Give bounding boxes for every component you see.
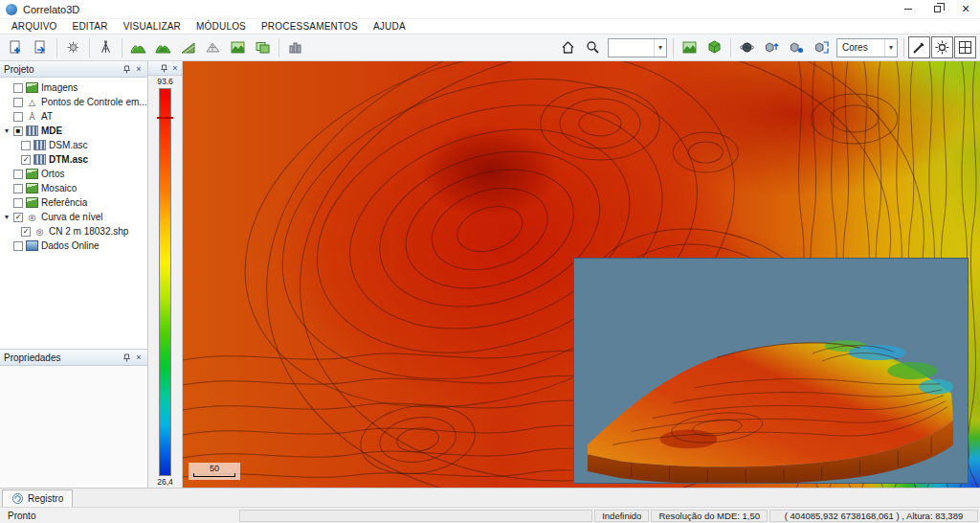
- buildings-button[interactable]: [283, 35, 307, 59]
- tree-item-label: DSM.asc: [49, 140, 88, 150]
- pin-icon[interactable]: [122, 65, 131, 74]
- tree-item-dtm[interactable]: ✓ DTM.asc: [0, 152, 147, 167]
- checkbox[interactable]: [21, 141, 31, 150]
- terrain-3d-render: [574, 259, 968, 483]
- panel-close-icon[interactable]: ×: [170, 63, 180, 73]
- survey-at-button[interactable]: [94, 35, 118, 59]
- menu-arquivo[interactable]: ARQUIVO: [4, 21, 65, 32]
- export-model-button[interactable]: [760, 35, 784, 59]
- layout-button[interactable]: [954, 36, 976, 58]
- orbit-sphere-icon: [739, 39, 755, 56]
- zoom-button[interactable]: [581, 35, 605, 59]
- tree-item-mde[interactable]: ▾ ■ MDE: [0, 124, 147, 138]
- menu-processamentos[interactable]: PROCESSAMENTOS: [254, 21, 366, 32]
- menu-modulos[interactable]: MÓDULOS: [189, 21, 254, 32]
- scale-combobox[interactable]: ▾: [608, 38, 667, 57]
- checkbox[interactable]: [13, 170, 23, 179]
- image-button[interactable]: [226, 35, 250, 59]
- panel-close-icon[interactable]: ×: [134, 352, 144, 362]
- sun-icon: [934, 39, 950, 56]
- minimize-button[interactable]: [894, 0, 923, 18]
- tree-item-pontos-de-controle[interactable]: △ Pontos de Controle em...: [0, 95, 147, 109]
- panel-close-icon[interactable]: ×: [134, 64, 144, 74]
- tree-item-referencia[interactable]: Referência: [0, 195, 147, 210]
- checkbox[interactable]: [13, 83, 23, 93]
- tree-item-mosaico[interactable]: Mosaico: [0, 181, 147, 195]
- buildings-icon: [287, 39, 303, 56]
- properties-panel-title: Propriedades: [4, 352, 120, 363]
- measure-button[interactable]: [908, 36, 930, 58]
- tree-item-dados-online[interactable]: Dados Online: [0, 239, 147, 253]
- expander-icon[interactable]: ▾: [3, 126, 11, 135]
- tin-button[interactable]: [201, 35, 225, 59]
- tab-registro[interactable]: Registro: [2, 489, 73, 507]
- checkbox[interactable]: ■: [13, 126, 23, 136]
- contour-layer-icon: ◎: [26, 212, 38, 222]
- tile-model-button[interactable]: [810, 35, 834, 59]
- checkbox[interactable]: ✓: [13, 213, 23, 222]
- settings-button[interactable]: [61, 35, 85, 59]
- status-mde-resolution: Resolução do MDE: 1,50: [651, 510, 768, 522]
- image-view-button[interactable]: [678, 35, 702, 59]
- tree-item-dsm[interactable]: DSM.asc: [0, 138, 147, 152]
- ortho-layer-icon: [26, 169, 38, 179]
- new-project-button[interactable]: [4, 35, 28, 59]
- inset-3d-view[interactable]: [573, 258, 969, 484]
- slope-icon: [180, 39, 196, 56]
- checkbox[interactable]: [13, 241, 23, 251]
- status-ready: Pronto: [0, 511, 239, 521]
- elevation-max-label: 93.6: [148, 77, 182, 86]
- terrain-contours-button[interactable]: [151, 35, 175, 59]
- menu-editar[interactable]: EDITAR: [65, 21, 116, 32]
- main-area: Projeto × Imagens △ Pontos: [0, 61, 980, 488]
- checkbox[interactable]: [13, 198, 23, 208]
- pin-icon[interactable]: [160, 64, 168, 73]
- minimize-icon: [904, 9, 912, 10]
- project-panel-title: Projeto: [4, 64, 120, 75]
- image-pair-button[interactable]: [251, 35, 275, 59]
- aerotriangulation-icon: Å: [26, 111, 38, 122]
- cube-grid-icon: [813, 39, 830, 56]
- checkbox[interactable]: ✓: [21, 155, 31, 165]
- menu-ajuda[interactable]: AJUDA: [366, 21, 413, 32]
- close-button[interactable]: [951, 0, 980, 18]
- dem-layer-icon: [26, 125, 38, 136]
- brightness-button[interactable]: [931, 36, 953, 58]
- orbit-view-button[interactable]: [735, 35, 759, 59]
- open-project-button[interactable]: [29, 35, 53, 59]
- main-toolbar: ▾ Cores ▾: [0, 34, 980, 61]
- chevron-down-icon[interactable]: ▾: [654, 39, 666, 57]
- control-points-icon: △: [26, 97, 38, 107]
- menu-visualizar[interactable]: VISUALIZAR: [116, 21, 189, 32]
- tree-item-label: Dados Online: [41, 240, 100, 251]
- magnifier-icon: [585, 39, 601, 56]
- map-canvas[interactable]: 50: [183, 61, 980, 488]
- registro-icon: [11, 492, 24, 505]
- tree-item-ortos[interactable]: Ortos: [0, 167, 147, 181]
- toolbar-separator: [56, 38, 57, 57]
- model-3d-button[interactable]: [702, 35, 726, 59]
- tree-item-curva-de-nivel[interactable]: ▾ ✓ ◎ Curva de nível: [0, 210, 147, 224]
- colors-dropdown[interactable]: Cores ▾: [836, 38, 898, 57]
- checkbox[interactable]: [13, 98, 23, 107]
- application-window: Correlato3D ARQUIVO EDITAR VISUALIZAR MÓ…: [0, 0, 980, 61]
- terrain-button[interactable]: [126, 35, 150, 59]
- mosaic-layer-icon: [26, 183, 38, 193]
- tree-item-label: Mosaico: [41, 183, 77, 193]
- checkbox[interactable]: ✓: [21, 227, 31, 237]
- image-icon: [230, 39, 246, 56]
- pin-icon[interactable]: [122, 353, 131, 362]
- chevron-down-icon[interactable]: ▾: [884, 39, 897, 57]
- tree-item-at[interactable]: Å AT: [0, 109, 147, 124]
- home-button[interactable]: [556, 35, 580, 59]
- terrain-icon: [130, 39, 146, 56]
- expander-icon[interactable]: ▾: [3, 213, 11, 221]
- checkbox[interactable]: [13, 112, 23, 122]
- tree-item-imagens[interactable]: Imagens: [0, 80, 147, 95]
- toolbar-separator: [89, 38, 90, 57]
- model-settings-button[interactable]: [785, 35, 809, 59]
- tree-item-cn-shp[interactable]: ✓ ◎ CN 2 m 18032.shp: [0, 224, 147, 239]
- restore-button[interactable]: [923, 0, 951, 18]
- checkbox[interactable]: [13, 184, 23, 193]
- slope-button[interactable]: [176, 35, 200, 59]
